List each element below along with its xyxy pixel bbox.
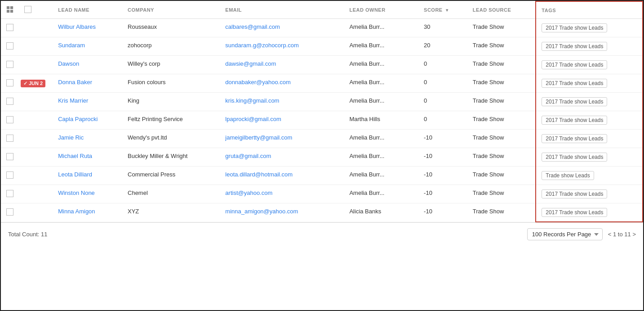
row-checkbox[interactable] [6,208,13,216]
company-cell: Willey's corp [122,56,220,74]
header-score[interactable]: SCORE ▾ [418,1,467,19]
lead-source-cell: Trade Show [467,148,536,167]
row-checkbox[interactable] [6,135,13,142]
lead-owner-cell: Amelia Burr... [344,93,418,111]
lead-name-link[interactable]: Minna Amigon [58,208,95,215]
row-select-cell [1,74,19,93]
lead-owner-cell: Alicia Banks [344,203,418,222]
score-cell: 0 [418,56,467,74]
score-cell: -10 [418,185,467,203]
email-link[interactable]: jameigilbertty@gmail.com [225,134,292,141]
row-activity-cell: ✓JUN 2 [19,74,53,93]
lead-name-link[interactable]: Wilbur Albares [58,23,96,30]
email-link[interactable]: kris.king@gmail.com [225,97,279,104]
email-cell: minna_amigon@yahoo.com [220,203,344,222]
lead-name-cell: Michael Ruta [53,148,122,167]
tags-cell: 2017 Trade show Leads [536,148,643,167]
lead-name-link[interactable]: Leota Dilliard [58,171,92,178]
email-link[interactable]: gruta@gmail.com [225,153,271,159]
row-select-cell [1,56,19,74]
tag-badge[interactable]: 2017 Trade show Leads [542,23,607,32]
tags-cell: 2017 Trade show Leads [536,56,643,74]
email-cell: artist@yahoo.com [220,185,344,203]
row-select-cell [1,167,19,185]
lead-name-cell: Dawson [53,56,122,74]
svg-rect-2 [7,10,9,13]
leads-table: LEAD NAME COMPANY EMAIL LEAD OWNER SCORE… [1,1,643,222]
row-activity-cell [19,130,53,148]
email-cell: kris.king@gmail.com [220,93,344,111]
email-link[interactable]: sundaram.g@zohocorp.com [225,42,299,49]
lead-name-link[interactable]: Winston None [58,189,95,196]
score-cell: 0 [418,74,467,93]
pagination-info: < 1 to 11 > [608,231,636,238]
row-checkbox[interactable] [6,42,13,50]
tag-badge[interactable]: 2017 Trade show Leads [542,189,607,198]
header-tags: TAGS [536,1,643,19]
email-link[interactable]: lpaprocki@gmail.com [225,116,281,122]
row-select-cell [1,19,19,37]
tag-badge[interactable]: 2017 Trade show Leads [542,97,607,106]
score-sort-icon[interactable]: ▾ [446,8,449,13]
row-checkbox[interactable] [6,190,13,197]
activity-badge[interactable]: ✓JUN 2 [21,80,45,87]
lead-name-link[interactable]: Dawson [58,60,79,67]
email-link[interactable]: donnabaker@yahoo.com [225,79,290,86]
lead-source-cell: Trade Show [467,74,536,93]
svg-rect-0 [7,6,9,9]
row-checkbox[interactable] [6,98,13,105]
select-all-checkbox[interactable] [24,6,31,13]
email-link[interactable]: leota.dillard@hotmail.com [225,171,293,178]
header-checkbox-col[interactable] [19,1,53,19]
row-checkbox[interactable] [6,171,13,179]
footer-right: 100 Records Per Page50 Records Per Page2… [527,228,636,240]
lead-owner-cell: Amelia Burr... [344,148,418,167]
company-cell: King [122,93,220,111]
tag-badge[interactable]: 2017 Trade show Leads [542,79,607,88]
tag-badge[interactable]: Trade show Leads [542,171,594,180]
email-link[interactable]: dawsie@gmail.com [225,60,276,67]
row-activity-cell [19,111,53,130]
lead-source-cell: Trade Show [467,19,536,37]
lead-name-link[interactable]: Michael Ruta [58,153,92,159]
lead-name-link[interactable]: Jamie Ric [58,134,84,141]
tag-badge[interactable]: 2017 Trade show Leads [542,134,607,143]
lead-name-link[interactable]: Donna Baker [58,79,92,86]
total-count-label: Total Count: 11 [8,231,47,238]
tag-badge[interactable]: 2017 Trade show Leads [542,208,607,217]
row-checkbox[interactable] [6,79,13,86]
row-checkbox[interactable] [6,24,13,31]
lead-name-link[interactable]: Kris Marrier [58,97,88,104]
header-lead-source: LEAD SOURCE [467,1,536,19]
lead-source-cell: Trade Show [467,185,536,203]
per-page-select[interactable]: 100 Records Per Page50 Records Per Page2… [527,228,603,240]
company-cell: Wendy's pvt.ltd [122,130,220,148]
row-checkbox[interactable] [6,116,13,123]
checkmark-icon: ✓ [23,81,27,86]
tags-cell: 2017 Trade show Leads [536,74,643,93]
email-link[interactable]: artist@yahoo.com [225,189,272,196]
header-company: COMPANY [122,1,220,19]
tag-badge[interactable]: 2017 Trade show Leads [542,116,607,125]
row-checkbox[interactable] [6,61,13,68]
lead-name-link[interactable]: Sundaram [58,42,85,49]
header-grid-toggle[interactable] [1,1,19,19]
tag-badge[interactable]: 2017 Trade show Leads [542,42,607,51]
row-activity-cell [19,185,53,203]
company-cell: Commercial Press [122,167,220,185]
lead-source-cell: Trade Show [467,167,536,185]
email-link[interactable]: calbares@gmail.com [225,23,280,30]
lead-name-link[interactable]: Capla Paprocki [58,116,98,122]
lead-name-cell: Wilbur Albares [53,19,122,37]
lead-name-cell: Donna Baker [53,74,122,93]
tag-badge[interactable]: 2017 Trade show Leads [542,60,607,69]
tags-cell: 2017 Trade show Leads [536,185,643,203]
row-select-cell [1,148,19,167]
grid-icon[interactable] [6,9,13,14]
email-cell: calbares@gmail.com [220,19,344,37]
tag-badge[interactable]: 2017 Trade show Leads [542,153,607,162]
email-link[interactable]: minna_amigon@yahoo.com [225,208,298,215]
row-checkbox[interactable] [6,153,13,160]
score-cell: -10 [418,203,467,222]
company-cell: Fusion colours [122,74,220,93]
